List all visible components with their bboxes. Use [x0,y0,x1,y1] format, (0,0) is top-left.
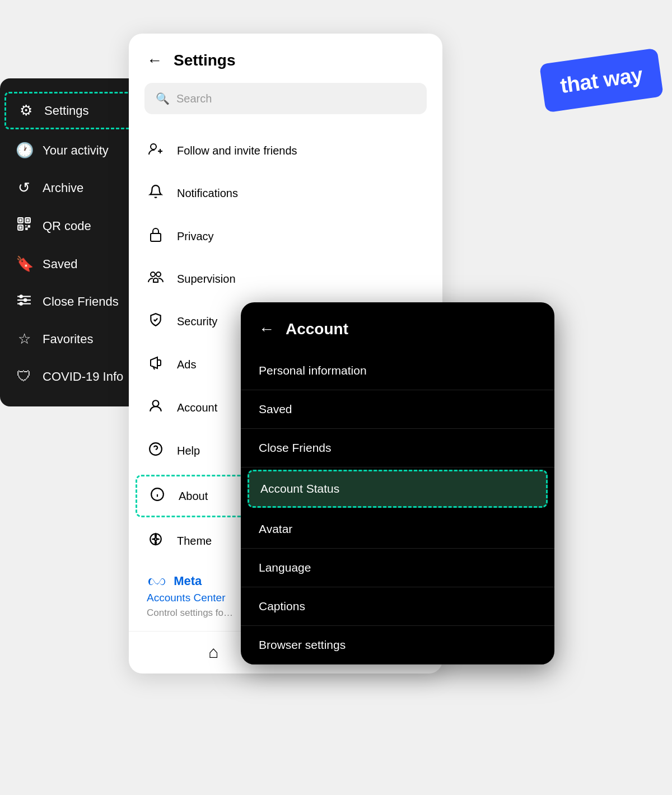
privacy-icon [147,227,165,245]
saved-label: Saved [259,403,292,415]
account-panel: ← Account Personal information Saved Clo… [241,302,554,665]
sidebar-item-close-friends[interactable]: Close Friends [0,283,146,320]
sidebar: ⚙ Settings 🕐 Your activity ↺ Archive QR … [0,78,146,406]
menu-item-privacy[interactable]: Privacy [129,215,442,258]
sidebar-item-settings[interactable]: ⚙ Settings [4,92,141,129]
settings-icon: ⚙ [17,102,34,119]
follow-invite-icon [147,142,165,159]
sidebar-item-favorites[interactable]: ☆ Favorites [0,320,146,358]
favorites-icon: ☆ [16,330,32,348]
sidebar-qr-label: QR code [43,219,91,233]
help-icon [147,442,165,460]
account-menu-saved[interactable]: Saved [241,390,554,429]
help-label: Help [177,445,200,457]
sidebar-archive-label: Archive [43,181,83,195]
account-title: Account [286,320,348,338]
menu-item-supervision[interactable]: Supervision [129,258,442,300]
settings-title: Settings [174,52,235,69]
ads-icon [147,356,165,373]
search-bar[interactable]: 🔍 Search [144,83,427,114]
about-icon [148,487,166,505]
that-way-sticker: that way [539,48,664,113]
svg-rect-6 [25,225,26,226]
svg-rect-3 [19,219,21,221]
language-label: Language [259,561,311,574]
theme-label: Theme [177,535,212,548]
supervision-icon [147,270,165,287]
settings-back-button[interactable]: ← [147,52,162,69]
home-nav-icon[interactable]: ⌂ [208,643,218,662]
avatar-label: Avatar [259,522,292,535]
sidebar-item-saved[interactable]: 🔖 Saved [0,245,146,283]
theme-icon [147,532,165,550]
browser-settings-label: Browser settings [259,638,346,651]
saved-icon: 🔖 [16,255,32,273]
search-icon: 🔍 [156,92,170,105]
sidebar-saved-label: Saved [43,257,77,272]
account-menu-personal-info[interactable]: Personal information [241,352,554,390]
follow-invite-label: Follow and invite friends [177,144,297,157]
covid-icon: 🛡 [16,368,32,385]
qr-code-icon [16,217,32,235]
sidebar-covid-label: COVID-19 Info [43,370,123,384]
account-menu-browser-settings[interactable]: Browser settings [241,626,554,665]
svg-point-21 [153,400,159,406]
sidebar-item-covid[interactable]: 🛡 COVID-19 Info [0,358,146,395]
search-placeholder: Search [176,92,212,105]
svg-point-12 [20,295,22,297]
account-label: Account [177,401,217,414]
account-menu-language[interactable]: Language [241,549,554,587]
svg-rect-7 [28,225,30,227]
settings-header: ← Settings [129,34,442,83]
menu-item-follow-invite[interactable]: Follow and invite friends [129,130,442,172]
sidebar-item-archive[interactable]: ↺ Archive [0,169,146,207]
close-friends-label: Close Friends [259,441,332,454]
account-menu-captions[interactable]: Captions [241,587,554,626]
sidebar-favorites-label: Favorites [43,332,93,347]
account-status-label: Account Status [260,482,339,495]
svg-point-20 [156,272,161,277]
meta-text: Meta [174,574,202,588]
svg-point-13 [24,299,26,301]
archive-icon: ↺ [16,179,32,197]
close-friends-icon [16,293,32,310]
account-menu-close-friends[interactable]: Close Friends [241,429,554,467]
supervision-label: Supervision [177,273,236,286]
captions-label: Captions [259,600,305,612]
svg-point-15 [151,144,156,149]
sticker-text: that way [559,63,644,97]
svg-rect-18 [151,233,161,241]
svg-point-14 [20,302,22,305]
notifications-icon [147,184,165,202]
account-menu-avatar[interactable]: Avatar [241,510,554,549]
menu-item-notifications[interactable]: Notifications [129,172,442,215]
personal-info-label: Personal information [259,364,367,377]
sidebar-close-friends-label: Close Friends [43,294,119,309]
sidebar-item-qr-code[interactable]: QR code [0,207,146,245]
your-activity-icon: 🕐 [16,142,32,159]
svg-rect-5 [19,226,21,228]
account-back-button[interactable]: ← [259,320,274,338]
account-menu-account-status[interactable]: Account Status [248,470,548,508]
svg-rect-8 [25,228,27,230]
notifications-label: Notifications [177,187,238,200]
sidebar-your-activity-label: Your activity [43,143,109,158]
security-icon [147,312,165,330]
privacy-label: Privacy [177,230,214,243]
account-header: ← Account [241,302,554,352]
svg-rect-4 [26,219,29,221]
about-label: About [179,490,208,503]
sidebar-settings-label: Settings [44,104,89,118]
sidebar-item-your-activity[interactable]: 🕐 Your activity [0,132,146,169]
svg-point-19 [151,272,155,277]
security-label: Security [177,315,217,328]
ads-label: Ads [177,358,196,371]
account-icon [147,399,165,417]
